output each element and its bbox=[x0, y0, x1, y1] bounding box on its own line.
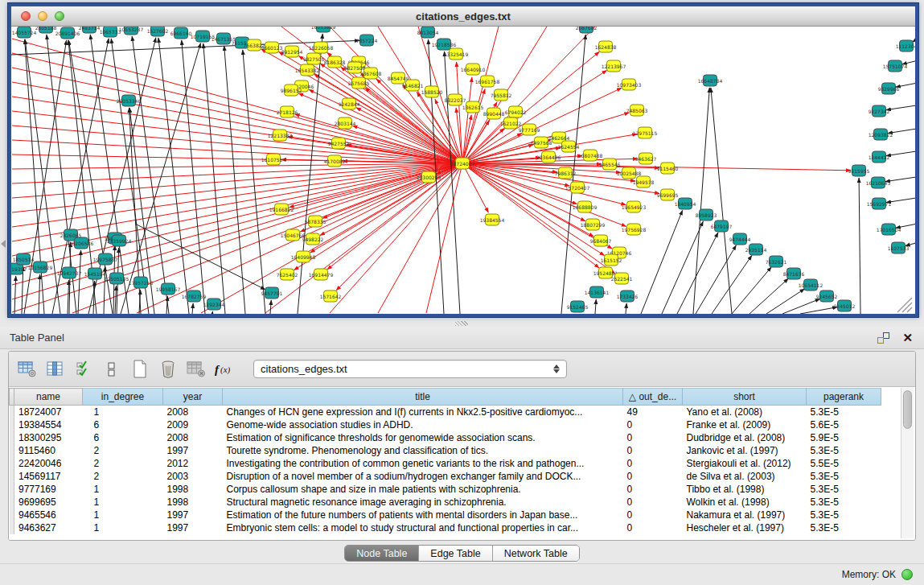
table-cell[interactable]: 0 bbox=[623, 496, 683, 509]
table-cell[interactable]: 0 bbox=[623, 483, 683, 496]
table-cell[interactable]: 5.3E-5 bbox=[807, 496, 881, 509]
table-cell[interactable]: 2003 bbox=[163, 470, 223, 483]
table-cell[interactable]: Tibbo et al. (1998) bbox=[683, 483, 807, 496]
minimize-window-icon[interactable] bbox=[38, 11, 47, 21]
table-cell[interactable]: 1 bbox=[83, 509, 163, 521]
table-cell[interactable]: Changes of HCN gene expression and I(f) … bbox=[223, 406, 623, 418]
tab-node-table[interactable]: Node Table bbox=[345, 546, 419, 561]
table-row[interactable]: 1872400712008Changes of HCN gene express… bbox=[10, 406, 881, 418]
table-cell[interactable]: Estimation of the future numbers of pati… bbox=[223, 509, 623, 521]
table-cell[interactable]: 22420046 bbox=[14, 457, 83, 470]
table-row[interactable]: 1830029562008Estimation of significance … bbox=[10, 431, 881, 444]
column-header-out_de[interactable]: △ out_de... bbox=[623, 389, 683, 406]
toggle-rows-icon[interactable] bbox=[101, 360, 122, 379]
table-cell[interactable]: 9115460 bbox=[14, 444, 83, 457]
table-cell[interactable]: 5.9E-5 bbox=[807, 431, 881, 444]
table-cell[interactable]: 18300295 bbox=[14, 431, 83, 444]
table-cell[interactable]: 1998 bbox=[163, 483, 223, 496]
table-row[interactable]: 969969511998Structural magnetic resonanc… bbox=[10, 496, 881, 509]
close-window-icon[interactable] bbox=[21, 11, 31, 21]
table-cell[interactable]: Disruption of a novel member of a sodium… bbox=[223, 470, 623, 483]
table-cell[interactable]: 1998 bbox=[163, 496, 223, 509]
table-row[interactable]: 977716911998Corpus callosum shape and si… bbox=[10, 483, 881, 496]
table-row[interactable]: 1938455462009Genome-wide association stu… bbox=[10, 418, 881, 431]
table-cell[interactable]: 5.3E-5 bbox=[807, 483, 881, 496]
function-builder-icon[interactable]: f(x) bbox=[214, 360, 235, 379]
tab-network-table[interactable]: Network Table bbox=[493, 546, 579, 561]
table-cell[interactable]: Jankovic et al. (1997) bbox=[683, 444, 807, 457]
splitter-handle[interactable] bbox=[455, 321, 468, 326]
table-row[interactable]: 1456911722003Disruption of a novel membe… bbox=[10, 470, 881, 483]
delete-table-icon[interactable] bbox=[186, 360, 207, 379]
table-cell[interactable]: 1997 bbox=[163, 444, 223, 457]
table-cell[interactable]: 0 bbox=[623, 418, 683, 431]
table-cell[interactable]: 1 bbox=[83, 483, 163, 496]
table-cell[interactable]: 2008 bbox=[163, 431, 223, 444]
table-cell[interactable]: 14569117 bbox=[14, 470, 83, 483]
selection-mode-icon[interactable] bbox=[73, 360, 94, 379]
table-settings-icon[interactable] bbox=[17, 360, 38, 379]
table-cell[interactable]: 19384554 bbox=[14, 418, 83, 431]
table-cell[interactable]: Corpus callosum shape and size in male p… bbox=[223, 483, 623, 496]
table-cell[interactable]: Genome-wide association studies in ADHD. bbox=[223, 418, 623, 431]
table-cell[interactable]: 5.3E-5 bbox=[807, 470, 881, 483]
table-cell[interactable]: Yano et al. (2008) bbox=[683, 406, 807, 418]
table-cell[interactable]: 9463627 bbox=[14, 521, 83, 534]
table-cell[interactable]: 1 bbox=[83, 521, 163, 534]
table-cell[interactable]: Stergiakouli et al. (2012) bbox=[683, 457, 807, 470]
table-cell[interactable]: 6 bbox=[83, 418, 163, 431]
table-cell[interactable]: 5.3E-5 bbox=[807, 509, 881, 521]
table-cell[interactable]: 5.3E-5 bbox=[807, 521, 881, 534]
delete-column-icon[interactable] bbox=[158, 360, 179, 379]
table-cell[interactable]: Wolkin et al. (1998) bbox=[683, 496, 807, 509]
table-cell[interactable]: 0 bbox=[623, 431, 683, 444]
table-cell[interactable]: Structural magnetic resonance image aver… bbox=[223, 496, 623, 509]
network-graph-canvas[interactable]: 1872400714055724230518820891406249371410… bbox=[11, 27, 915, 314]
column-header-year[interactable]: year bbox=[163, 389, 223, 406]
table-cell[interactable]: Franke et al. (2009) bbox=[683, 418, 807, 431]
table-cell[interactable]: 1 bbox=[83, 406, 163, 418]
table-cell[interactable]: 5.6E-5 bbox=[807, 418, 881, 431]
table-cell[interactable]: 1997 bbox=[163, 521, 223, 534]
table-selector-dropdown[interactable]: citations_edges.txt bbox=[253, 360, 567, 378]
table-cell[interactable]: 0 bbox=[623, 457, 683, 470]
memory-status-indicator[interactable] bbox=[901, 569, 913, 580]
table-cell[interactable]: Estimation of significance thresholds fo… bbox=[223, 431, 623, 444]
table-row[interactable]: 2242004622012Investigating the contribut… bbox=[10, 457, 881, 470]
table-cell[interactable]: Tourette syndrome. Phenomenology and cla… bbox=[223, 444, 623, 457]
table-row[interactable]: 946554611997Estimation of the future num… bbox=[10, 509, 881, 521]
table-cell[interactable]: 18724007 bbox=[14, 406, 83, 418]
table-cell[interactable]: 2008 bbox=[163, 406, 223, 418]
table-cell[interactable]: 9699695 bbox=[14, 496, 83, 509]
table-cell[interactable]: 1997 bbox=[163, 509, 223, 521]
table-cell[interactable]: 9777169 bbox=[14, 483, 83, 496]
column-header-title[interactable]: title bbox=[223, 389, 623, 406]
select-columns-icon[interactable] bbox=[45, 360, 66, 379]
table-cell[interactable]: 9465546 bbox=[14, 509, 83, 521]
table-cell[interactable]: 6 bbox=[83, 431, 163, 444]
zoom-window-icon[interactable] bbox=[55, 11, 64, 21]
scrollbar-thumb[interactable] bbox=[903, 390, 912, 429]
citation-network-graph[interactable]: 1872400714055724230518820891406249371410… bbox=[11, 27, 915, 314]
table-cell[interactable]: de Silva et al. (2003) bbox=[683, 470, 807, 483]
table-cell[interactable]: 0 bbox=[623, 509, 683, 521]
table-cell[interactable]: Dudbridge et al. (2008) bbox=[683, 431, 807, 444]
table-cell[interactable]: 2 bbox=[83, 457, 163, 470]
network-window-titlebar[interactable]: citations_edges.txt bbox=[11, 6, 915, 27]
table-cell[interactable]: Nakamura et al. (1997) bbox=[683, 509, 807, 521]
column-header-name[interactable]: name bbox=[14, 389, 83, 406]
column-header-pagerank[interactable]: pagerank bbox=[807, 389, 881, 406]
table-cell[interactable]: 2009 bbox=[163, 418, 223, 431]
table-cell[interactable]: 5.3E-5 bbox=[807, 444, 881, 457]
create-column-icon[interactable] bbox=[129, 360, 150, 379]
table-row[interactable]: 911546021997Tourette syndrome. Phenomeno… bbox=[10, 444, 881, 457]
table-vertical-scrollbar[interactable] bbox=[901, 388, 914, 538]
table-cell[interactable]: Hescheler et al. (1997) bbox=[683, 521, 807, 534]
table-cell[interactable]: 2 bbox=[83, 444, 163, 457]
table-cell[interactable]: 0 bbox=[623, 521, 683, 534]
table-cell[interactable]: 0 bbox=[623, 470, 683, 483]
table-cell[interactable]: 2012 bbox=[163, 457, 223, 470]
table-cell[interactable]: 0 bbox=[623, 444, 683, 457]
table-row[interactable]: 946362711997Embryonic stem cells: a mode… bbox=[10, 521, 881, 534]
table-cell[interactable]: Investigating the contribution of common… bbox=[223, 457, 623, 470]
